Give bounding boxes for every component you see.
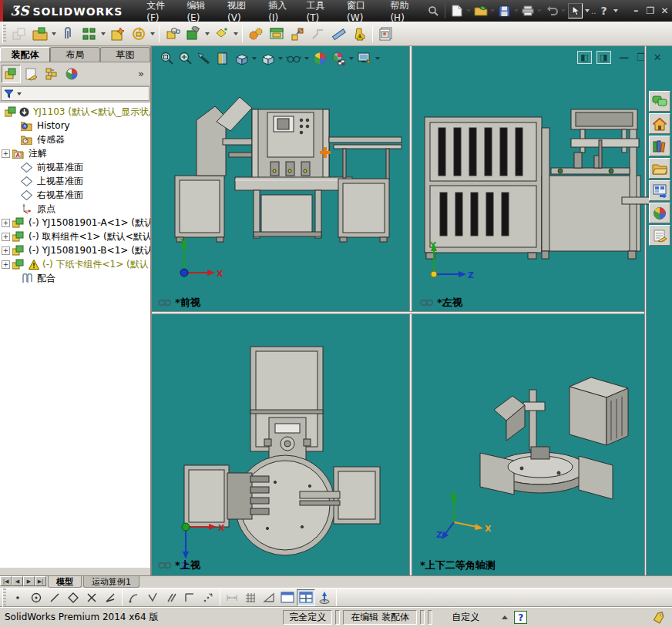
intersection-snap-icon[interactable] [82, 589, 101, 606]
expand-toggle[interactable]: + [2, 149, 10, 158]
next-window-button[interactable]: ◨ [596, 51, 611, 64]
previous-view-icon[interactable] [195, 49, 213, 68]
midpoint-snap-icon[interactable] [64, 589, 82, 606]
previous-window-button[interactable]: ◧ [577, 51, 592, 64]
new-file-dropdown[interactable] [466, 9, 471, 12]
tangent-snap-icon[interactable] [143, 589, 162, 606]
view-axis-icon[interactable] [315, 589, 334, 606]
display-manager-icon[interactable] [62, 65, 81, 83]
select-dropdown[interactable] [585, 9, 590, 12]
window-close-button[interactable]: ✕ [657, 4, 672, 18]
save-dropdown[interactable] [514, 9, 519, 12]
tree-item-root[interactable]: YJ1103 (默认<默认_显示状态 [0, 105, 150, 119]
tab-assembly[interactable]: 装配体 [0, 47, 50, 62]
perpendicular-snap-icon[interactable] [180, 589, 199, 606]
tree-item-top-plane[interactable]: 上视基准面 [0, 174, 150, 188]
search-icon[interactable] [425, 3, 440, 18]
help-icon[interactable]: ? [596, 3, 611, 18]
previous-tab-button[interactable]: ◀ [12, 576, 23, 586]
select-cursor-icon[interactable] [568, 3, 583, 18]
line-snap-icon[interactable] [45, 589, 64, 606]
graphics-area[interactable]: ◧ ◨ — ❐ ✕ [152, 46, 672, 575]
view-palette-icon[interactable] [649, 180, 670, 201]
move-component-dropdown[interactable] [150, 32, 155, 35]
viewport-horizontal-splitter[interactable] [152, 311, 646, 314]
feature-manager-tree-icon[interactable] [2, 65, 21, 83]
tag-icon[interactable] [652, 612, 666, 624]
four-view-icon[interactable] [297, 589, 315, 606]
document-close-button[interactable]: ✕ [654, 52, 662, 63]
front-view-model[interactable] [161, 91, 409, 246]
assembly-features-dropdown[interactable] [205, 32, 210, 35]
tree-item-sensors[interactable]: 传感器 [0, 132, 150, 146]
filter-dropdown[interactable] [17, 92, 22, 96]
apply-scene-icon[interactable] [329, 49, 348, 68]
menu-window[interactable]: 窗口(W) [340, 0, 383, 22]
show-hidden-components-icon[interactable] [162, 23, 183, 44]
window-minimize-button[interactable]: – [629, 4, 643, 18]
tab-layout[interactable]: 布局 [50, 47, 100, 62]
save-icon[interactable] [497, 3, 512, 18]
print-icon[interactable] [521, 3, 536, 18]
toolbar-grip[interactable] [2, 588, 6, 607]
measure-icon[interactable] [328, 23, 349, 44]
tab-sketch[interactable]: 草图 [100, 47, 150, 62]
tree-item-lower-card-component[interactable]: + (-) 下纸卡组件<1> (默认 [0, 257, 150, 271]
new-motion-study-icon[interactable] [245, 23, 266, 44]
tree-item-history[interactable]: History [0, 119, 150, 132]
smart-fasteners-icon[interactable] [107, 23, 128, 44]
expand-toggle[interactable]: + [2, 260, 10, 269]
reference-geometry-icon[interactable] [211, 23, 232, 44]
units-selector[interactable]: 自定义 [435, 610, 496, 625]
angle-measure-icon[interactable] [260, 589, 278, 606]
document-minimize-button[interactable]: — [619, 52, 629, 63]
solidworks-resources-icon[interactable] [649, 113, 670, 134]
quick-tip-help-button[interactable]: ? [514, 611, 527, 624]
units-dropdown-arrow[interactable] [502, 615, 508, 619]
point-snap-icon[interactable] [8, 589, 27, 606]
angle-snap-icon[interactable] [101, 589, 119, 606]
view-orientation-icon[interactable] [232, 49, 250, 68]
assembly-features-icon[interactable] [183, 23, 203, 44]
move-component-icon[interactable] [128, 23, 149, 44]
tree-item-component-a[interactable]: + (-) YJ15081901-A<1> (默认 [0, 216, 150, 230]
toolbar-grip[interactable] [2, 25, 6, 43]
take-snapshot-icon[interactable] [375, 23, 396, 44]
menu-view[interactable]: 视图(V) [220, 0, 261, 22]
hide-show-items-icon[interactable] [284, 49, 303, 68]
property-manager-icon[interactable] [22, 65, 41, 83]
display-style-icon[interactable] [258, 49, 277, 68]
center-snap-icon[interactable] [27, 589, 45, 606]
grid-snap-icon[interactable] [241, 589, 260, 606]
tree-item-right-plane[interactable]: 右视基准面 [0, 188, 150, 202]
menu-edit[interactable]: 编辑(E) [180, 0, 220, 22]
tree-item-front-plane[interactable]: 前视基准面 [0, 160, 150, 174]
tree-item-origin[interactable]: 原点 [0, 202, 150, 216]
tree-item-component-b[interactable]: + (-) YJ15081901-B<1> (默认 [0, 243, 150, 257]
exploded-view-icon[interactable] [287, 23, 307, 44]
configuration-manager-icon[interactable] [42, 65, 61, 83]
arc-snap-icon[interactable] [125, 589, 143, 606]
first-tab-button[interactable]: |◀ [0, 576, 12, 586]
window-restore-button[interactable]: ❐ [643, 4, 658, 18]
zoom-to-fit-icon[interactable] [158, 49, 176, 68]
hide-show-dropdown[interactable] [304, 57, 309, 60]
next-tab-button[interactable]: ▶ [23, 576, 35, 586]
quadrant-snap-icon[interactable] [199, 589, 217, 606]
new-file-icon[interactable] [450, 3, 465, 18]
linear-component-pattern-icon[interactable] [79, 23, 99, 44]
section-view-icon[interactable] [213, 49, 232, 68]
insert-components-icon[interactable] [29, 23, 50, 44]
tree-filter-bar[interactable] [1, 86, 150, 101]
apply-scene-dropdown[interactable] [349, 57, 354, 60]
display-style-dropdown[interactable] [278, 57, 283, 60]
open-file-dropdown[interactable] [490, 9, 495, 12]
pattern-dropdown[interactable] [101, 32, 106, 35]
menu-help[interactable]: 帮助(H) [383, 0, 425, 22]
view-settings-icon[interactable] [355, 49, 374, 68]
tree-item-annotations[interactable]: + A 注解 [0, 146, 150, 160]
last-tab-button[interactable]: ▶| [35, 576, 46, 586]
solidworks-forum-icon[interactable] [649, 91, 670, 112]
mate-icon[interactable] [58, 23, 79, 44]
menu-insert[interactable]: 插入(I) [261, 0, 299, 22]
